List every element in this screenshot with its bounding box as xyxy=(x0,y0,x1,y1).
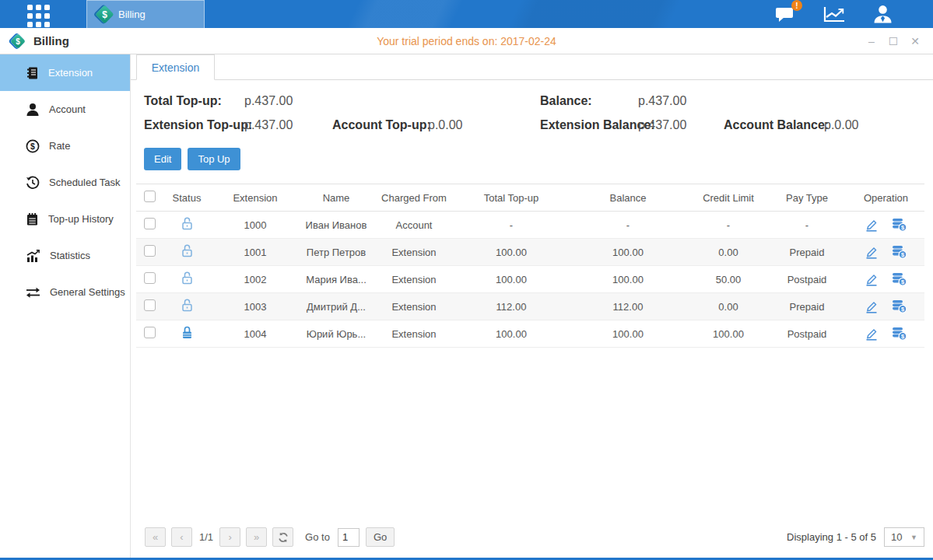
topup-button[interactable]: Top Up xyxy=(188,148,240,170)
sidebar-item-topup-history[interactable]: Top-up History xyxy=(0,201,130,237)
total-topup-cell: 100.00 xyxy=(457,266,566,293)
column-header: Balance xyxy=(566,184,690,212)
row-checkbox[interactable] xyxy=(144,327,156,338)
transfer-arrows-icon xyxy=(26,286,40,299)
next-page-button[interactable]: › xyxy=(219,527,240,547)
pay-type-cell: Postpaid xyxy=(766,266,847,293)
extension-cell: 1001 xyxy=(209,239,301,266)
sidebar: Extension Account $ Rate Scheduled Task … xyxy=(0,54,131,558)
balance-cell: 100.00 xyxy=(566,266,690,293)
notification-badge: ! xyxy=(791,0,802,11)
sidebar-item-statistics[interactable]: Statistics xyxy=(0,237,130,274)
page-size-value: 10 xyxy=(891,531,902,543)
refresh-button[interactable] xyxy=(272,527,293,547)
sidebar-item-rate[interactable]: $ Rate xyxy=(0,128,130,164)
topup-row-icon[interactable]: $ xyxy=(891,299,907,313)
sidebar-item-label: Account xyxy=(49,103,86,115)
name-cell: Мария Ива... xyxy=(301,266,371,293)
app-grid-icon[interactable] xyxy=(27,5,54,31)
user-account-icon[interactable] xyxy=(873,5,893,23)
messages-icon[interactable]: ! xyxy=(775,5,796,23)
column-header: Name xyxy=(301,184,371,212)
extension-table: StatusExtensionNameCharged FromTotal Top… xyxy=(136,184,924,348)
row-checkbox[interactable] xyxy=(144,272,156,284)
pay-type-cell: Prepaid xyxy=(766,293,847,320)
pay-type-cell: - xyxy=(766,212,847,239)
sidebar-item-label: Statistics xyxy=(50,250,90,261)
sidebar-item-account[interactable]: Account xyxy=(0,91,130,128)
extension-cell: 1003 xyxy=(209,293,301,320)
sidebar-item-general-settings[interactable]: General Settings xyxy=(0,274,130,310)
table-row: 1000Иван ИвановAccount----$ xyxy=(136,212,924,239)
column-header: Total Top-up xyxy=(457,184,566,212)
edit-row-icon[interactable] xyxy=(865,327,879,341)
page-size-select[interactable]: 10 ▼ xyxy=(884,527,924,547)
top-bar: $ Billing ! xyxy=(0,0,933,28)
prev-page-button[interactable]: ‹ xyxy=(171,527,192,547)
row-checkbox[interactable] xyxy=(144,218,156,229)
go-button[interactable]: Go xyxy=(366,527,395,547)
name-cell: Юрий Юрь... xyxy=(301,320,371,348)
chevron-down-icon: ▼ xyxy=(910,534,917,541)
topup-row-icon[interactable]: $ xyxy=(891,218,907,232)
goto-page-input[interactable] xyxy=(338,528,360,547)
edit-row-icon[interactable] xyxy=(865,300,879,313)
extension-cell: 1000 xyxy=(209,212,301,239)
topup-row-icon[interactable]: $ xyxy=(891,327,907,341)
extension-topup-value: p.437.00 xyxy=(244,118,293,132)
sidebar-item-extension[interactable]: Extension xyxy=(0,54,130,91)
column-header: Extension xyxy=(209,184,301,212)
sidebar-item-scheduled-task[interactable]: Scheduled Task xyxy=(0,164,130,201)
total-topup-value: p.437.00 xyxy=(244,94,293,108)
select-all-checkbox[interactable] xyxy=(144,191,156,202)
displaying-text: Displaying 1 - 5 of 5 xyxy=(787,531,876,543)
sidebar-item-label: Scheduled Task xyxy=(49,177,121,188)
first-page-button[interactable]: « xyxy=(145,527,166,547)
last-page-button[interactable]: » xyxy=(246,527,267,547)
account-topup-label: Account Top-up: xyxy=(332,118,431,132)
window-title-bar: $ Billing Your trial period ends on: 201… xyxy=(0,28,933,54)
main-panel: Extension Total Top-up: p.437.00 Balance… xyxy=(131,54,933,558)
topup-row-icon[interactable]: $ xyxy=(891,245,907,259)
account-balance-label: Account Balance: xyxy=(724,118,829,132)
column-header: Credit Limit xyxy=(690,184,766,212)
edit-row-icon[interactable] xyxy=(865,219,879,232)
charged-from-cell: Extension xyxy=(371,266,457,293)
maximize-button[interactable]: ☐ xyxy=(886,34,900,48)
tab-extension[interactable]: Extension xyxy=(136,54,215,80)
tab-strip: Extension xyxy=(131,54,933,80)
charged-from-cell: Extension xyxy=(371,293,457,320)
total-topup-cell: - xyxy=(457,212,566,239)
unlocked-status-icon xyxy=(181,222,194,233)
refresh-icon xyxy=(278,532,289,543)
billing-diamond-icon: $ xyxy=(95,5,114,23)
table-row: 1002Мария Ива...Extension100.00100.0050.… xyxy=(136,266,924,293)
edit-button[interactable]: Edit xyxy=(144,148,181,170)
row-checkbox[interactable] xyxy=(144,299,156,311)
topup-row-icon[interactable]: $ xyxy=(891,272,907,286)
trial-notice: Your trial period ends on: 2017-02-24 xyxy=(0,35,933,47)
balance-value: p.437.00 xyxy=(638,94,686,108)
row-checkbox[interactable] xyxy=(144,245,156,257)
minimize-button[interactable]: – xyxy=(865,34,879,48)
sidebar-item-label: Rate xyxy=(49,140,70,152)
person-icon xyxy=(26,103,40,117)
charged-from-cell: Account xyxy=(371,212,457,239)
pagination-bar: « ‹ 1/1 › » Go to Go Displaying 1 - 5 of… xyxy=(131,527,933,558)
history-notebook-icon xyxy=(26,212,39,226)
billing-app-tab[interactable]: $ Billing xyxy=(86,0,205,28)
reports-chart-icon[interactable] xyxy=(823,5,846,23)
table-row: 1001Петр ПетровExtension100.00100.000.00… xyxy=(136,239,924,266)
svg-text:$: $ xyxy=(30,142,35,151)
window-title: Billing xyxy=(33,34,69,47)
total-topup-cell: 112.00 xyxy=(457,293,566,320)
close-button[interactable]: ✕ xyxy=(908,34,922,48)
pay-type-cell: Prepaid xyxy=(766,239,847,266)
name-cell: Иван Иванов xyxy=(301,212,371,239)
unlocked-status-icon xyxy=(181,249,194,261)
edit-row-icon[interactable] xyxy=(865,273,879,286)
pay-type-cell: Postpaid xyxy=(766,320,847,348)
edit-row-icon[interactable] xyxy=(865,246,879,259)
table-row: 1004Юрий Юрь...Extension100.00100.00100.… xyxy=(136,320,924,348)
clock-icon xyxy=(26,176,40,190)
